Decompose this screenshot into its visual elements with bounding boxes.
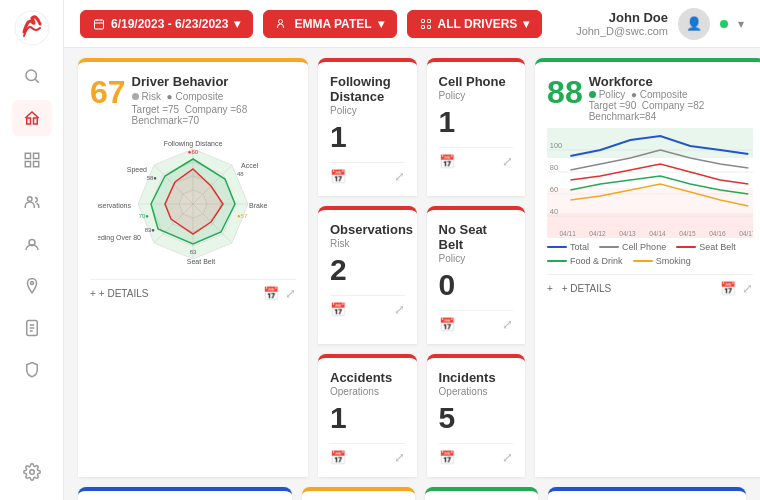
obs-calendar-icon[interactable]: 📅	[330, 302, 346, 317]
svg-text:04/17: 04/17	[739, 230, 753, 237]
main-area: 6/19/2023 - 6/23/2023 ▾ EMMA PATEL ▾ ALL…	[64, 0, 760, 500]
inc-expand-icon[interactable]: ⤢	[502, 450, 513, 465]
legend-seatbelt: Seat Belt	[676, 242, 736, 252]
svg-rect-17	[95, 20, 104, 29]
sidebar-item-grid[interactable]	[12, 142, 52, 178]
svg-rect-24	[421, 25, 424, 28]
sidebar-item-home[interactable]	[12, 100, 52, 136]
svg-rect-23	[427, 19, 430, 22]
workforce-legend: Total Cell Phone Seat Belt Food & Drink	[547, 242, 753, 266]
fd-expand-icon[interactable]: ⤢	[394, 169, 405, 184]
sidebar-item-users[interactable]	[12, 184, 52, 220]
cp-calendar-icon[interactable]: 📅	[439, 154, 455, 169]
sidebar-item-settings[interactable]	[12, 454, 52, 490]
middle-metrics: Following Distance Policy 1 📅 ⤢ Cell Pho…	[318, 58, 525, 477]
cell-phone-title: Cell Phone	[439, 74, 514, 89]
person-filter-label: EMMA PATEL	[294, 17, 371, 31]
svg-text:100: 100	[550, 141, 562, 150]
incidents-card: Incidents Operations 5 📅 ⤢	[427, 354, 526, 477]
workforce-policy-card: Workforce Policy 88 ↑ 4.0% + DETAILS 📅 ⤢	[425, 487, 538, 500]
observations-type: Risk	[330, 238, 405, 249]
wf-expand-icon[interactable]: ⤢	[742, 281, 753, 296]
svg-line-2	[35, 79, 38, 82]
svg-text:63: 63	[190, 249, 197, 255]
acc-calendar-icon[interactable]: 📅	[330, 450, 346, 465]
top-row: 67 Driver Behavior Risk ● Composite Targ…	[78, 58, 746, 477]
workforce-chart: 100 80 60 40	[547, 128, 753, 238]
sidebar-item-document[interactable]	[12, 310, 52, 346]
svg-point-11	[30, 282, 33, 285]
header: 6/19/2023 - 6/23/2023 ▾ EMMA PATEL ▾ ALL…	[64, 0, 760, 48]
observations-title: Observations	[330, 222, 405, 237]
workforce-meta: Policy ● Composite	[589, 89, 753, 100]
driver-expand-icon[interactable]: ⤢	[285, 286, 296, 301]
workforce-details-link[interactable]: + + DETAILS	[547, 283, 611, 294]
svg-text:58●: 58●	[147, 175, 158, 181]
no-seat-belt-type: Policy	[439, 253, 514, 264]
svg-text:Speeding Over 80: Speeding Over 80	[98, 234, 141, 242]
svg-rect-51	[547, 158, 753, 188]
no-seat-belt-title: No Seat Belt	[439, 222, 514, 252]
svg-text:Seat Belt: Seat Belt	[187, 258, 215, 265]
metrics-row-2: Observations Risk 2 📅 ⤢ No Seat Belt Pol…	[318, 206, 525, 344]
fd-calendar-icon[interactable]: 📅	[330, 169, 346, 184]
svg-point-16	[29, 470, 34, 475]
person-chevron-icon: ▾	[378, 17, 384, 31]
following-distance-type: Policy	[330, 105, 405, 116]
svg-text:Accel: Accel	[241, 162, 259, 169]
cell-phone-card: Cell Phone Policy 1 📅 ⤢	[427, 58, 526, 196]
accidents-title: Accidents	[330, 370, 405, 385]
scope-filter-button[interactable]: ALL DRIVERS ▾	[407, 10, 543, 38]
sidebar-item-driver[interactable]	[12, 226, 52, 262]
legend-smoking: Smoking	[633, 256, 691, 266]
svg-text:80: 80	[550, 163, 558, 172]
svg-text:●57: ●57	[237, 213, 248, 219]
svg-text:Following Distance: Following Distance	[164, 140, 223, 148]
obs-expand-icon[interactable]: ⤢	[394, 302, 405, 317]
driver-details-link[interactable]: ++ DETAILS	[90, 288, 148, 299]
person-filter-button[interactable]: EMMA PATEL ▾	[263, 10, 396, 38]
svg-text:Speed: Speed	[127, 166, 147, 174]
svg-text:04/11: 04/11	[560, 230, 577, 237]
svg-text:04/13: 04/13	[619, 230, 636, 237]
nsb-expand-icon[interactable]: ⤢	[502, 317, 513, 332]
driver-meta: Risk ● Composite	[132, 91, 296, 102]
svg-text:60: 60	[550, 185, 558, 194]
svg-text:04/12: 04/12	[589, 230, 606, 237]
date-range-button[interactable]: 6/19/2023 - 6/23/2023 ▾	[80, 10, 253, 38]
svg-text:48: 48	[237, 171, 244, 177]
avatar[interactable]: 👤	[678, 8, 710, 40]
workforce-exceptions-card: Workforce Policy Exceptions Policy	[548, 487, 746, 500]
inc-calendar-icon[interactable]: 📅	[439, 450, 455, 465]
online-status	[720, 20, 728, 28]
incidents-title: Incidents	[439, 370, 514, 385]
svg-rect-22	[421, 19, 424, 22]
svg-text:04/14: 04/14	[649, 230, 666, 237]
driver-card-footer: ++ DETAILS 📅 ⤢	[90, 279, 296, 301]
acc-expand-icon[interactable]: ⤢	[394, 450, 405, 465]
wf-calendar-icon[interactable]: 📅	[720, 281, 736, 296]
nsb-calendar-icon[interactable]: 📅	[439, 317, 455, 332]
accidents-value: 1	[330, 401, 405, 435]
driver-calendar-icon[interactable]: 📅	[263, 286, 279, 301]
following-distance-value: 1	[330, 120, 405, 154]
radar-chart: Following Distance ●60 Accel 48 Brake ●5…	[98, 126, 288, 271]
svg-text:●60: ●60	[188, 149, 199, 155]
date-chevron-icon: ▾	[234, 17, 240, 31]
logo	[14, 10, 50, 46]
driver-targets: Target =75 Company =68 Benchmark=70	[132, 104, 296, 126]
sidebar-item-search[interactable]	[12, 58, 52, 94]
svg-rect-4	[33, 118, 37, 124]
workforce-score: 88	[547, 74, 583, 111]
sidebar-item-shield[interactable]	[12, 352, 52, 388]
user-chevron-icon[interactable]: ▾	[738, 17, 744, 31]
following-score-card: Following Score Risk 62 ↓ 9.0% + DETAILS…	[302, 487, 415, 500]
accidents-type: Operations	[330, 386, 405, 397]
observations-value: 2	[330, 253, 405, 287]
scope-filter-label: ALL DRIVERS	[438, 17, 518, 31]
sidebar-item-location[interactable]	[12, 268, 52, 304]
svg-rect-7	[25, 162, 30, 167]
svg-text:70●: 70●	[139, 213, 150, 219]
cp-expand-icon[interactable]: ⤢	[502, 154, 513, 169]
no-seat-belt-card: No Seat Belt Policy 0 📅 ⤢	[427, 206, 526, 344]
